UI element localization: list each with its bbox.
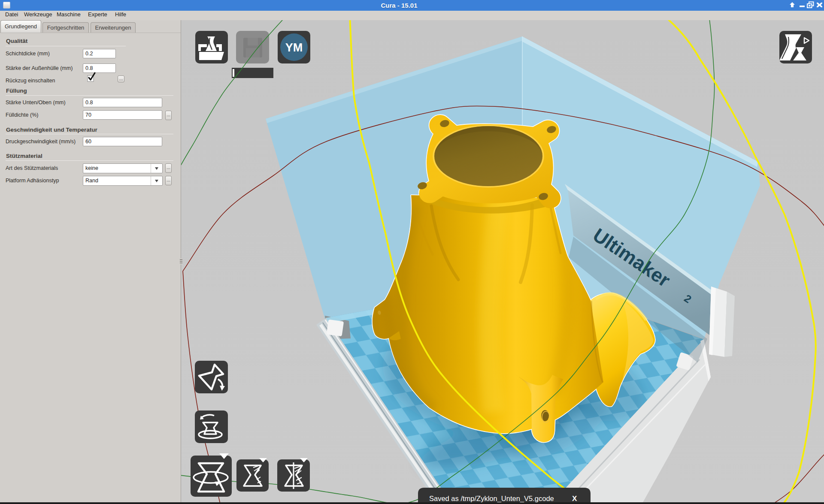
svg-text:YM: YM <box>285 41 303 54</box>
svg-text:Saved as /tmp/Zyklon_Unten_V5.: Saved as /tmp/Zyklon_Unten_V5.gcode <box>429 495 554 502</box>
svg-text:X: X <box>572 495 577 502</box>
